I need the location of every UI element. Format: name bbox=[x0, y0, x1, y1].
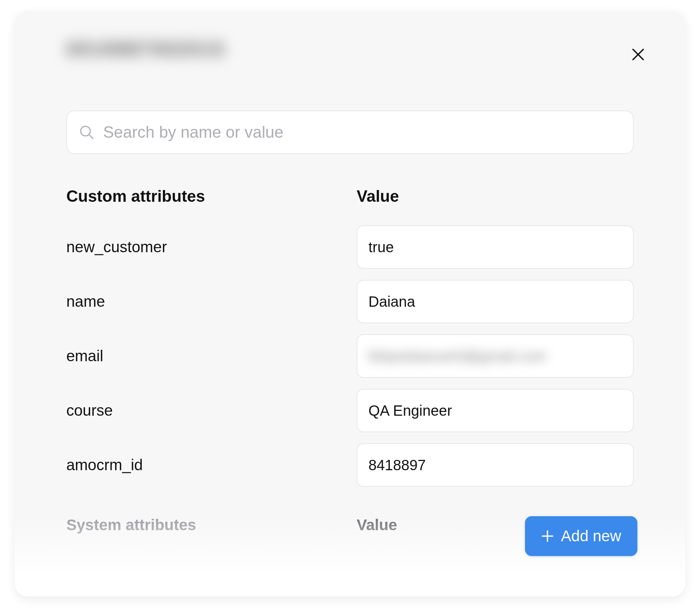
close-icon bbox=[631, 47, 645, 62]
custom-attributes-header: Custom attributes bbox=[66, 187, 343, 205]
attribute-name: name bbox=[66, 280, 343, 323]
attribute-value-text: 8418897 bbox=[368, 457, 426, 474]
panel-content: Custom attributes Value new_customer tru… bbox=[66, 110, 634, 534]
attributes-grid: Custom attributes Value new_customer tru… bbox=[66, 187, 634, 498]
search-icon bbox=[79, 124, 94, 140]
attribute-value-text-obscured: felipedaiana43@gmail.com bbox=[368, 348, 546, 365]
add-new-button[interactable]: Add new bbox=[525, 516, 637, 556]
close-button[interactable] bbox=[628, 44, 648, 65]
attribute-name: amocrm_id bbox=[66, 443, 343, 487]
attribute-value-text: QA Engineer bbox=[368, 402, 452, 419]
system-attributes-header: System attributes bbox=[66, 516, 343, 534]
attribute-value-input[interactable]: felipedaiana43@gmail.com bbox=[357, 334, 634, 378]
svg-line-3 bbox=[89, 135, 93, 138]
attributes-panel: 0019987002015 Custom attributes Value ne… bbox=[15, 11, 685, 596]
panel-title-obscured: 0019987002015 bbox=[66, 37, 225, 61]
search-input[interactable] bbox=[103, 123, 621, 141]
attribute-name: email bbox=[66, 334, 343, 378]
search-field-wrap bbox=[66, 110, 634, 154]
attribute-value-input[interactable]: QA Engineer bbox=[357, 389, 634, 432]
attribute-value-input[interactable]: true bbox=[357, 225, 634, 269]
attribute-value-text: true bbox=[368, 239, 394, 256]
attribute-name: new_customer bbox=[66, 225, 343, 269]
plus-icon bbox=[541, 530, 554, 542]
attribute-value-input[interactable]: Daiana bbox=[357, 280, 634, 323]
value-header: Value bbox=[357, 187, 634, 205]
add-new-label: Add new bbox=[561, 527, 621, 545]
attribute-value-input[interactable]: 8418897 bbox=[357, 443, 634, 487]
attribute-name: course bbox=[66, 389, 343, 432]
attribute-value-text: Daiana bbox=[368, 293, 415, 310]
